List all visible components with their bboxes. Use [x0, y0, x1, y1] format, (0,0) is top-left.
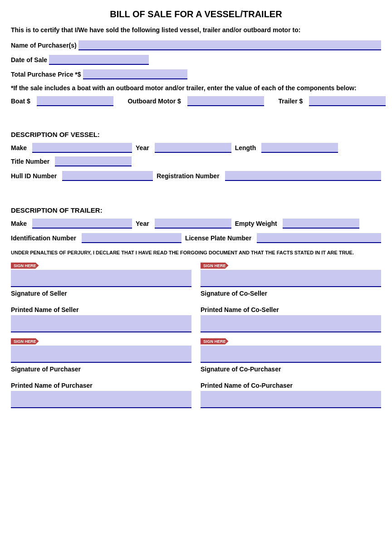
page-title: BILL OF SALE FOR A VESSEL/TRAILER: [11, 9, 381, 20]
seller-sig-label: Signature of Seller: [11, 290, 191, 297]
trailer-weight-label: Empty Weight: [235, 220, 277, 227]
trailer-weight-input[interactable]: [283, 219, 359, 229]
copurchaser-sig-input[interactable]: [201, 346, 381, 363]
intro-text: This is to certify that I/We have sold t…: [11, 26, 381, 35]
trailer-year-label: Year: [136, 220, 149, 227]
copurchaser-sig-label: Signature of Co-Purchaser: [201, 366, 381, 373]
vessel-year-input[interactable]: [155, 143, 231, 153]
trailer-year-input[interactable]: [155, 219, 231, 229]
boat-input[interactable]: [37, 96, 113, 106]
trailer-make-label: Make: [11, 220, 27, 227]
vessel-length-label: Length: [235, 144, 256, 151]
vessel-length-input[interactable]: [261, 143, 338, 153]
coseller-sig-label: Signature of Co-Seller: [201, 290, 381, 297]
price-label: Total Purchase Price *$: [11, 71, 81, 78]
vessel-section-title: DESCRIPTION OF VESSEL:: [11, 131, 381, 138]
printed-purchaser-input[interactable]: [11, 391, 191, 408]
purchaser-sig-arrow: SIGN HERE: [11, 338, 39, 345]
purchaser-sig-input[interactable]: [11, 346, 191, 363]
printed-coseller-label: Printed Name of Co-Seller: [201, 306, 381, 313]
trailer-id-input[interactable]: [82, 233, 181, 243]
printed-copurchaser-input[interactable]: [201, 391, 381, 408]
copurchaser-sig-arrow: SIGN HERE: [201, 338, 229, 345]
purchaser-label: Name of Purchaser(s): [11, 42, 77, 49]
trailer-make-input[interactable]: [32, 219, 132, 229]
hull-input[interactable]: [62, 171, 153, 181]
price-input[interactable]: [83, 69, 187, 79]
seller-sig-arrow: SIGN HERE: [11, 263, 39, 269]
perjury-text: UNDER PENALTIES OF PERJURY, I DECLARE TH…: [11, 249, 381, 256]
outboard-label: Outboard Motor $: [127, 98, 181, 105]
purchaser-input[interactable]: [78, 40, 381, 50]
trailer-plate-input[interactable]: [257, 233, 381, 243]
seller-sig-input[interactable]: [11, 270, 191, 287]
trailer-id-label: Identification Number: [11, 234, 76, 242]
date-input[interactable]: [49, 55, 149, 65]
trailer-val-input[interactable]: [309, 96, 386, 106]
vessel-make-input[interactable]: [32, 143, 132, 153]
trailer-val-label: Trailer $: [279, 98, 303, 105]
outboard-input[interactable]: [187, 96, 264, 106]
vessel-title-label: Title Number: [11, 158, 49, 165]
reg-label: Registration Number: [157, 172, 219, 180]
boat-label: Boat $: [11, 98, 30, 105]
date-label: Date of Sale: [11, 56, 47, 63]
hull-label: Hull ID Number: [11, 172, 57, 180]
printed-coseller-input[interactable]: [201, 315, 381, 332]
printed-purchaser-label: Printed Name of Purchaser: [11, 382, 191, 389]
reg-input[interactable]: [225, 171, 381, 181]
coseller-sig-arrow: SIGN HERE: [201, 263, 229, 269]
vessel-year-label: Year: [136, 144, 149, 151]
vessel-title-input[interactable]: [55, 156, 132, 166]
printed-seller-label: Printed Name of Seller: [11, 306, 191, 313]
coseller-sig-input[interactable]: [201, 270, 381, 287]
trailer-section-title: DESCRIPTION OF TRAILER:: [11, 206, 381, 214]
vessel-make-label: Make: [11, 144, 27, 151]
printed-copurchaser-label: Printed Name of Co-Purchaser: [201, 382, 381, 389]
purchaser-sig-label: Signature of Purchaser: [11, 366, 191, 373]
printed-seller-input[interactable]: [11, 315, 191, 332]
trailer-plate-label: License Plate Number: [185, 234, 251, 242]
note-text: *If the sale includes a boat with an out…: [11, 84, 381, 93]
